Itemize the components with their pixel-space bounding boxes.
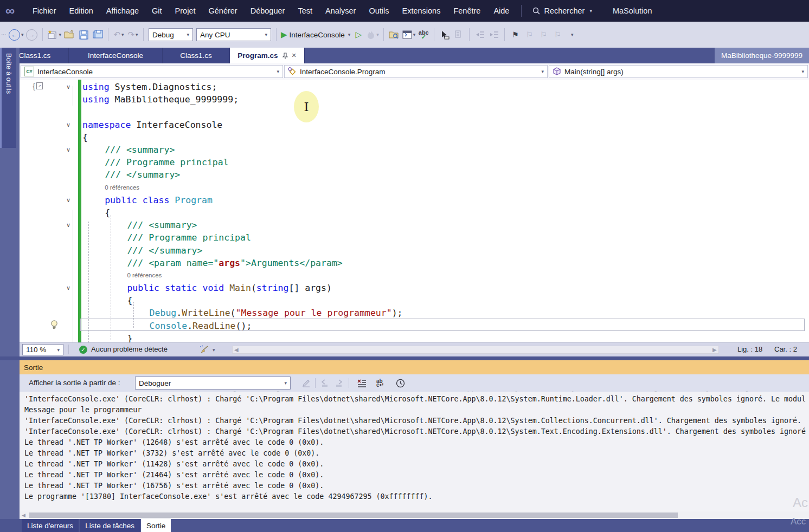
word-wrap-icon[interactable]: abc↵ [374, 377, 387, 389]
clear-bookmarks-icon[interactable]: ⚐ [550, 27, 564, 43]
code-line[interactable]: 0 références [20, 269, 809, 282]
scroll-left-icon[interactable]: ◀ [234, 347, 239, 353]
tab-mabibliotheque[interactable]: MaBibliotheque-9999999 [715, 48, 809, 63]
fold-chevron-icon[interactable]: ∨ [20, 83, 76, 90]
code-line[interactable]: { [20, 294, 809, 307]
menu-analyser[interactable]: Analyser [319, 0, 362, 22]
code-line[interactable]: 0 références [20, 181, 809, 194]
open-file-button[interactable] [62, 27, 76, 43]
navigate-back-button[interactable]: ←▾ [8, 27, 25, 43]
code-line[interactable]: ∨public class Program [20, 194, 809, 206]
fold-chevron-icon[interactable]: ∨ [20, 284, 76, 291]
fold-chevron-icon[interactable]: ∨ [20, 222, 76, 229]
clear-all-icon[interactable] [355, 377, 368, 389]
close-tab-icon[interactable]: ✕ [292, 52, 297, 59]
editor-horizontal-scrollbar[interactable] [232, 346, 719, 354]
find-message-icon[interactable] [300, 377, 313, 389]
scroll-left-icon[interactable]: ◀ [22, 512, 25, 518]
previous-bookmark-icon[interactable]: ⚐ [522, 27, 536, 43]
code-line[interactable]: /// <param name="args">Arguments</param> [20, 257, 809, 269]
code-line[interactable]: Debug.WriteLine("Message pour le program… [20, 307, 809, 319]
menu-test[interactable]: Test [291, 0, 319, 22]
solution-explorer-button[interactable]: ▾ [401, 27, 417, 43]
code-line[interactable]: { [20, 206, 809, 219]
code-cleanup-broom-icon[interactable] [198, 345, 209, 354]
code-line[interactable]: /// </summary> [20, 168, 809, 181]
selection-mode-icon[interactable] [438, 27, 452, 43]
panel-tab-liste-de-t-ches[interactable]: Liste de tâches [80, 519, 140, 532]
output-line[interactable]: Le thread '.NET TP Worker' (12648) s'est… [20, 438, 809, 449]
hot-reload-button[interactable]: ▾ [365, 27, 380, 43]
zoom-level-select[interactable]: 110 %▾ [22, 344, 63, 355]
menu-fichier[interactable]: Fichier [26, 0, 63, 22]
code-line[interactable]: ∨public static void Main(string[] args) [20, 282, 809, 294]
start-without-debugging-button[interactable]: ▷ [351, 27, 365, 43]
code-line[interactable] [20, 106, 809, 118]
code-line[interactable]: ∨/// <summary> [20, 219, 809, 231]
save-all-button[interactable] [91, 27, 105, 43]
redo-button[interactable]: ↷▾ [126, 27, 140, 43]
code-line[interactable]: ∨/// <summary> [20, 144, 809, 156]
type-dropdown[interactable]: InterfaceConsole.Program ▾ [284, 65, 548, 78]
previous-message-icon[interactable] [318, 377, 331, 389]
tab-interfaceconsole[interactable]: InterfaceConsole [69, 48, 163, 63]
member-dropdown[interactable]: Main(string[] args) ▾ [549, 65, 808, 78]
code-line[interactable]: Console.ReadLine(); [20, 320, 809, 332]
menu-git[interactable]: Git [145, 0, 169, 22]
output-line[interactable]: Le thread '.NET TP Worker' (3732) s'est … [20, 449, 809, 460]
output-line[interactable]: Message pour le programmeur [20, 406, 809, 417]
toolbar-grip[interactable]: ⋮ [2, 32, 5, 37]
output-line[interactable]: 'InterfaceConsole.exe' (CoreCLR: clrhost… [20, 427, 809, 438]
code-cleanup-dropdown-icon[interactable]: ▾ [213, 347, 215, 353]
search-button[interactable]: Rechercher ▾ [527, 7, 597, 15]
output-panel-header[interactable]: Sortie [20, 360, 809, 374]
document-health-label[interactable]: Aucun problème détecté [91, 345, 168, 353]
output-line[interactable]: Le thread '.NET TP Worker' (21464) s'est… [20, 471, 809, 482]
document-outline-icon[interactable] [452, 27, 466, 43]
panel-tab-liste-d-erreurs[interactable]: Liste d'erreurs [22, 519, 79, 532]
fold-chevron-icon[interactable]: ∨ [20, 146, 76, 153]
save-button[interactable] [76, 27, 91, 43]
solution-platform-select[interactable]: Any CPU▾ [196, 28, 271, 41]
toolbar-overflow-icon[interactable]: ▾ [564, 27, 579, 43]
tab-class1-cs[interactable]: Class1.cs [163, 48, 230, 63]
text-correctness-checker-icon[interactable]: abc✓ [416, 27, 431, 43]
output-source-select[interactable]: Déboguer▾ [135, 377, 291, 390]
output-line[interactable]: Le programme '[13780] InterfaceConsole.e… [20, 492, 809, 503]
scroll-right-icon[interactable]: ▶ [712, 347, 717, 353]
undo-button[interactable]: ↶▾ [112, 27, 126, 43]
panel-tab-sortie[interactable]: Sortie [141, 519, 171, 532]
menu-dboguer[interactable]: Déboguer [244, 0, 292, 22]
code-line[interactable]: /// Programme principal [20, 156, 809, 168]
output-line[interactable]: 'InterfaceConsole.exe' (CoreCLR: clrhost… [20, 417, 809, 427]
scrollbar-thumb[interactable] [29, 512, 678, 518]
new-project-button[interactable]: ▾ [46, 27, 63, 43]
code-line[interactable]: } [20, 332, 809, 342]
menu-edition[interactable]: Edition [63, 0, 100, 22]
next-bookmark-icon[interactable]: ⚐ [536, 27, 550, 43]
menu-projet[interactable]: Projet [169, 0, 202, 22]
menu-affichage[interactable]: Affichage [100, 0, 145, 22]
next-message-icon[interactable] [332, 377, 345, 389]
navigate-forward-button[interactable]: → [25, 27, 39, 43]
fold-chevron-icon[interactable]: ∨ [20, 197, 76, 204]
code-line[interactable]: ∨namespace InterfaceConsole [20, 119, 809, 131]
toggle-bookmark-icon[interactable]: ⚑ [508, 27, 522, 43]
output-line[interactable]: Le thread '.NET TP Worker' (11428) s'est… [20, 460, 809, 471]
document-health-ok-icon[interactable]: ✓ [79, 346, 87, 354]
menu-outils[interactable]: Outils [362, 0, 395, 22]
code-line[interactable]: /// </summary> [20, 244, 809, 256]
code-line[interactable]: { [20, 131, 809, 144]
code-line[interactable]: ∨using System.Diagnostics; [20, 81, 809, 93]
menu-aide[interactable]: Aide [487, 0, 516, 22]
toolbox-vertical-tab[interactable]: Boîte à outils [0, 48, 16, 148]
pin-tab-icon[interactable] [282, 53, 288, 59]
solution-configuration-select[interactable]: Debug▾ [149, 28, 193, 41]
project-dropdown[interactable]: C# InterfaceConsole ▾ [21, 65, 283, 78]
menu-gnrer[interactable]: Générer [202, 0, 243, 22]
output-text-area[interactable]: 'InterfaceConsole.exe' (CoreCLR: clrhost… [20, 392, 809, 511]
find-in-files-button[interactable] [387, 27, 401, 43]
menu-extensions[interactable]: Extensions [395, 0, 447, 22]
code-line[interactable]: using MaBibliotheque_9999999; [20, 93, 809, 106]
code-editor[interactable]: { ↗ ∨using System.Diagnostics;using MaBi… [20, 80, 809, 342]
